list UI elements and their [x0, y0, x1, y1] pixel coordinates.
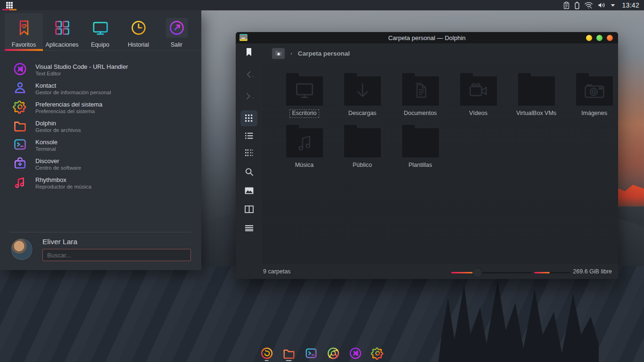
camera-emblem-icon [584, 83, 605, 99]
app-name: Discover [35, 157, 81, 165]
app-item-dolphin[interactable]: Dolphin Gestor de archivos [0, 117, 201, 136]
breadcrumb-separator: › [290, 50, 292, 56]
folder-item-publico[interactable]: Público [333, 123, 391, 175]
dock-files[interactable] [282, 345, 296, 361]
app-name: Konsole [35, 139, 58, 146]
tab-label: Equipo [91, 41, 109, 48]
folder-glyph [286, 76, 323, 106]
bookmark-heart-icon [13, 18, 35, 38]
folder-label: Música [293, 161, 316, 170]
folder-item-escritorio[interactable]: Escritorio [275, 72, 333, 123]
tab-historial[interactable]: Historial [119, 13, 157, 50]
dock-konsole[interactable] [304, 345, 318, 361]
document-emblem-icon [413, 82, 429, 100]
gear-icon [13, 99, 27, 116]
launcher-tabs: Favoritos Aplicaciones [0, 10, 201, 51]
tab-favoritos[interactable]: Favoritos [5, 13, 43, 50]
app-item-rhythmbox[interactable]: Rhythmbox Reproductor de música [0, 173, 201, 192]
tab-aplicaciones[interactable]: Aplicaciones [43, 13, 81, 50]
preview-icon[interactable] [240, 183, 257, 198]
split-view-icon[interactable] [240, 202, 257, 217]
folder-item-videos[interactable]: Vídeos [449, 72, 507, 123]
folder-label: Imágenes [579, 109, 610, 118]
clock-icon [128, 18, 149, 38]
vscode-icon [13, 62, 27, 78]
folder-item-plantillas[interactable]: Plantillas [391, 123, 449, 175]
app-launcher-button[interactable] [0, 0, 19, 10]
folder-view[interactable]: Escritorio Descargas Documentos [262, 63, 618, 264]
zoom-slider-handle[interactable] [472, 268, 482, 278]
volume-icon[interactable] [597, 1, 606, 9]
tab-salir[interactable]: Salir [157, 13, 196, 50]
launcher-active-indicator [2, 9, 17, 10]
folder-glyph [518, 76, 555, 106]
clipboard-icon[interactable] [563, 1, 570, 9]
user-block: Eliver Lara [0, 232, 201, 270]
dolphin-window: Carpeta personal — Dolphin › Carpeta per… [236, 32, 618, 279]
video-emblem-icon [469, 83, 488, 99]
folder-glyph [344, 76, 381, 106]
home-folder-icon[interactable] [272, 48, 285, 59]
top-panel: 13:42 [0, 0, 644, 10]
tab-label: Historial [128, 41, 149, 48]
app-name: Visual Studio Code - URL Handler [35, 63, 128, 70]
tab-label: Aplicaciones [45, 41, 78, 48]
folder-item-musica[interactable]: Música [275, 123, 333, 175]
zoom-slider-fill [451, 272, 474, 273]
monitor-emblem-icon [295, 82, 314, 99]
app-name: Preferencias del sistema [35, 101, 102, 108]
app-grid-icon [6, 2, 13, 8]
titlebar[interactable]: Carpeta personal — Dolphin [236, 32, 618, 43]
battery-icon[interactable] [574, 1, 580, 9]
person-icon [13, 81, 27, 97]
back-icon[interactable] [240, 67, 257, 82]
folder-label: Público [350, 161, 374, 170]
list-view-icon[interactable] [240, 128, 257, 143]
app-description: Centro de software [35, 165, 81, 171]
app-item-konsole[interactable]: Konsole Terminal [0, 136, 201, 155]
app-item-preferencias[interactable]: Preferencias del sistema Preferencias de… [0, 98, 201, 117]
tab-label: Salir [171, 41, 182, 48]
app-item-kontact[interactable]: Kontact Gestor de información personal [0, 79, 201, 98]
dock-firefox[interactable] [260, 345, 274, 361]
grid-view-icon[interactable] [240, 110, 257, 126]
dolphin-app-icon [239, 34, 248, 41]
app-description: Preferencias del sistema [35, 108, 102, 114]
terminal-icon [13, 137, 27, 154]
terminal-icon [304, 346, 318, 360]
app-item-discover[interactable]: Discover Centro de software [0, 155, 201, 173]
user-name: Eliver Lara [42, 238, 191, 246]
minimize-button[interactable] [586, 35, 592, 41]
folder-glyph [576, 76, 613, 106]
folder-label: Vídeos [467, 109, 490, 118]
compact-view-icon[interactable] [240, 145, 257, 160]
folder-item-virtualbox[interactable]: VirtualBox VMs [507, 72, 565, 123]
maximize-button[interactable] [596, 35, 603, 41]
app-name: Kontact [35, 82, 111, 89]
folder-item-imagenes[interactable]: Imágenes [565, 72, 618, 123]
folder-item-descargas[interactable]: Descargas [333, 72, 391, 123]
status-bar: 9 carpetas 269.6 GiB libre [236, 264, 618, 279]
search-input[interactable] [42, 249, 191, 261]
menu-icon[interactable] [240, 221, 257, 236]
close-button[interactable] [607, 35, 613, 41]
dock-vscode[interactable] [348, 345, 363, 361]
forward-icon[interactable] [240, 89, 257, 104]
app-item-vscode[interactable]: Visual Studio Code - URL Handler Text Ed… [0, 60, 201, 79]
running-indicator [286, 360, 292, 361]
dock-chromium[interactable] [326, 345, 340, 361]
dock-settings[interactable] [371, 345, 385, 361]
tab-equipo[interactable]: Equipo [81, 13, 119, 50]
clock[interactable]: 13:42 [620, 1, 639, 9]
files-icon [282, 346, 296, 360]
folder-label: Plantillas [406, 161, 434, 170]
bookmark-icon[interactable] [246, 48, 252, 59]
zoom-slider[interactable] [451, 272, 532, 273]
avatar[interactable] [10, 238, 33, 261]
search-icon[interactable] [240, 164, 257, 179]
caret-down-icon[interactable] [610, 3, 616, 8]
folder-item-documentos[interactable]: Documentos [391, 72, 449, 123]
app-name: Dolphin [35, 120, 81, 127]
breadcrumb-root[interactable]: Carpeta personal [298, 50, 350, 57]
network-icon[interactable] [584, 1, 593, 9]
